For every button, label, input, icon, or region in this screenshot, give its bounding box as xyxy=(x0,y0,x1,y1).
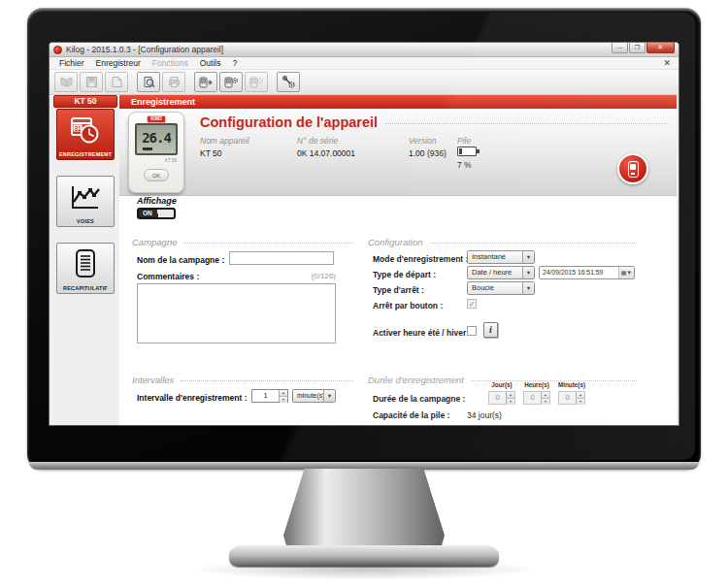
device-lcd: 26.4 xyxy=(135,123,178,155)
device-configure-icon xyxy=(223,75,239,89)
dst-checkbox[interactable] xyxy=(467,326,477,336)
monitor-frame: Kilog - 2015.1.0.3 - [Configuration appa… xyxy=(27,8,701,470)
kilog-app-icon xyxy=(53,46,62,54)
group-rule xyxy=(183,243,353,244)
device-ok-button: OK xyxy=(144,169,169,181)
monitor-bottom-edge xyxy=(29,462,699,470)
stepper-down-icon: ▼ xyxy=(577,398,584,405)
group-title-intervalles: Intervalles xyxy=(132,375,174,385)
start-type-select[interactable]: Date / heure ▼ xyxy=(467,266,535,279)
print-button[interactable] xyxy=(162,72,185,92)
interval-unit-select[interactable]: minute(s) ▼ xyxy=(292,389,336,403)
menu-outils[interactable]: Outils xyxy=(194,58,227,68)
report-document-icon xyxy=(71,247,100,282)
display-toggle[interactable]: ON xyxy=(137,208,176,219)
chevron-down-icon: ▼ xyxy=(522,267,534,278)
save-icon xyxy=(84,75,99,89)
affichage-label: Affichage xyxy=(137,196,177,206)
device-configure-button[interactable] xyxy=(219,72,243,92)
menubar: Fichier Enregistreur Fonctions Outils ? … xyxy=(50,57,678,70)
battery-percent: 7 % xyxy=(457,160,472,170)
device-read-button[interactable] xyxy=(245,72,268,92)
battery-icon xyxy=(457,147,477,156)
battery-capacity-value: 34 jour(s) xyxy=(467,410,502,420)
sidebar-item-label: RECAPITULATIF xyxy=(57,285,114,291)
open-file-button[interactable] xyxy=(54,72,78,92)
stepper-down-icon: ▼ xyxy=(542,398,549,405)
mdi-close-icon[interactable]: ✕ xyxy=(663,58,675,68)
campaign-name-input[interactable] xyxy=(229,251,334,265)
print-preview-button[interactable] xyxy=(137,72,160,92)
window-titlebar[interactable]: Kilog - 2015.1.0.3 - [Configuration appa… xyxy=(50,43,678,57)
start-type-selected-value: Date / heure xyxy=(472,268,512,277)
campaign-name-label: Nom de la campagne : xyxy=(137,255,224,265)
restore-button[interactable]: ❐ xyxy=(629,43,645,53)
sidebar: KT 50 31 ENREGISTREMENT xyxy=(53,95,117,425)
stepper-down-icon: ▼ xyxy=(280,396,287,403)
kilog-app-window: Kilog - 2015.1.0.3 - [Configuration appa… xyxy=(49,42,679,426)
print-icon xyxy=(167,75,182,89)
chevron-down-icon: ▼ xyxy=(522,251,534,263)
sidebar-item-label: ENREGISTREMENT xyxy=(57,151,114,157)
comments-textarea[interactable] xyxy=(137,283,336,343)
sidebar-item-enregistrement[interactable]: 31 ENREGISTREMENT xyxy=(56,109,115,160)
field-value-serie: 0K 14.07.00001 xyxy=(297,148,355,158)
window-title: Kilog - 2015.1.0.3 - [Configuration appa… xyxy=(66,45,223,54)
campaign-duration-label: Durée de la campagne : xyxy=(373,394,465,404)
menu-help[interactable]: ? xyxy=(226,58,243,68)
mode-label: Mode d'enregistrement : xyxy=(373,254,468,264)
interval-value: 1 xyxy=(252,390,279,402)
section-title-bar: Enregistrement xyxy=(119,95,677,109)
chevron-down-icon: ▼ xyxy=(522,282,534,294)
column-header-jours: Jour(s) xyxy=(488,381,515,388)
page-title: Configuration de l'appareil xyxy=(200,114,378,130)
open-file-icon xyxy=(59,75,74,89)
device-sync-button[interactable] xyxy=(617,153,648,184)
calendar-icon[interactable]: ▦▼ xyxy=(618,267,634,278)
start-datetime-picker[interactable]: 24/09/2015 16:51:59 ▦▼ xyxy=(539,266,635,279)
menu-fonctions: Fonctions xyxy=(147,58,194,68)
minimize-button[interactable]: — xyxy=(612,43,628,53)
interval-unit-value: minute(s) xyxy=(297,392,324,399)
field-label-version: Version xyxy=(409,136,437,146)
svg-text:31: 31 xyxy=(74,125,82,132)
calendar-clock-icon: 31 xyxy=(69,114,102,148)
stop-type-select[interactable]: Boucle ▼ xyxy=(467,281,535,295)
device-read-icon xyxy=(248,75,264,89)
monitor-stand-neck xyxy=(283,469,445,552)
save-button[interactable] xyxy=(80,72,103,92)
close-button[interactable]: ✕ xyxy=(646,43,675,53)
sidebar-item-recapitulatif[interactable]: RECAPITULATIF xyxy=(56,243,115,294)
interval-stepper[interactable]: 1 ▲▼ xyxy=(251,389,288,403)
title-rule xyxy=(384,123,667,124)
group-title-duree: Durée d'enregistrement xyxy=(368,375,464,385)
export-page-button[interactable] xyxy=(105,72,128,92)
line-chart-icon xyxy=(68,180,103,215)
print-preview-icon xyxy=(142,75,156,89)
toolbar xyxy=(50,70,678,95)
connection-settings-button[interactable] xyxy=(277,72,300,92)
stop-type-label: Type d'arrêt : xyxy=(373,285,424,295)
dst-label: Activer heure été / hiver : xyxy=(373,328,472,338)
check-icon: ✓ xyxy=(469,300,476,309)
photo-stage: Kilog - 2015.1.0.3 - [Configuration appa… xyxy=(0,0,728,588)
mode-select[interactable]: Instantané ▼ xyxy=(467,250,535,264)
duration-hours-value: 0 xyxy=(524,392,541,404)
comments-counter: (0/126) xyxy=(294,272,336,280)
connection-settings-icon xyxy=(281,75,296,89)
menu-enregistreur[interactable]: Enregistreur xyxy=(90,58,147,68)
duration-days-stepper: 0 ▲▼ xyxy=(488,391,515,405)
toggle-state: ON xyxy=(143,210,152,217)
menu-fichier[interactable]: Fichier xyxy=(53,58,90,68)
device-brand-label: KIMO xyxy=(147,115,166,123)
duration-days-value: 0 xyxy=(489,392,506,404)
field-label-pile: Pile xyxy=(457,136,471,146)
sidebar-item-label: VOIES xyxy=(57,218,114,224)
column-header-minutes: Minute(s) xyxy=(558,381,585,388)
field-value-nom-appareil: KT 50 xyxy=(200,148,222,158)
sidebar-item-voies[interactable]: VOIES xyxy=(56,176,115,227)
device-download-button[interactable] xyxy=(194,72,217,92)
column-header-heures: Heure(s) xyxy=(523,381,550,388)
info-button[interactable]: i xyxy=(483,322,498,338)
battery-capacity-label: Capacité de la pile : xyxy=(373,410,449,420)
